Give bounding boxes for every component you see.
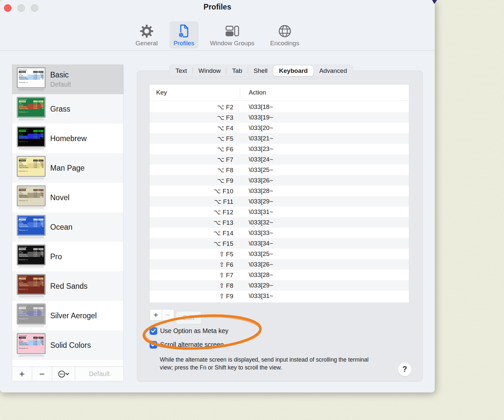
key-cell: ⌥ F3 [150, 114, 240, 121]
action-cell: \033[31~ [240, 208, 273, 216]
toolbar-label: General [136, 40, 158, 47]
thumbnail-reflection [18, 266, 44, 269]
key-cell: ⌥ F8 [150, 166, 240, 174]
table-row[interactable]: ⌥ F7 \033[24~ [150, 154, 409, 165]
key-cell: ⇧ F9 [150, 292, 240, 300]
key-cell: ⌥ F9 [150, 177, 240, 184]
remove-profile-button[interactable]: − [32, 367, 52, 381]
profile-name: Red Sands [50, 282, 88, 291]
profile-thumbnail: Terminal# COMMAND%CPURPRVT top4.1%231K X… [17, 304, 46, 328]
table-row[interactable]: ⌥ F9 \033[26~ [150, 175, 409, 186]
table-row[interactable]: ⌥ F14 \033[33~ [150, 228, 409, 238]
action-cell: \033[26~ [240, 261, 273, 268]
table-row[interactable]: ⌥ F4 \033[20~ [150, 123, 409, 133]
add-profile-button[interactable]: + [12, 367, 32, 381]
tab-advanced[interactable]: Advanced [314, 65, 353, 76]
thumbnail-reflection [18, 89, 44, 92]
toolbar-label: Profiles [174, 40, 194, 47]
checkmark-icon [151, 329, 156, 333]
key-column-header: Key [150, 89, 167, 96]
table-row[interactable]: ⇧ F5 \033[25~ [150, 249, 409, 259]
action-cell: \033[28~ [240, 187, 273, 195]
toolbar-label: Window Groups [210, 40, 254, 47]
tab-keyboard[interactable]: Keyboard [273, 65, 313, 76]
help-button[interactable]: ? [398, 363, 411, 376]
toolbar-item-encodings[interactable]: Encodings [266, 21, 304, 49]
thumbnail-reflection [18, 178, 44, 180]
key-cell: ⇧ F5 [150, 250, 240, 258]
profile-list-item[interactable]: Terminal# COMMAND%CPURPRVT top4.1%231K X… [12, 212, 123, 242]
window-groups-icon [225, 24, 240, 39]
action-cell: \033[25~ [240, 166, 273, 174]
toolbar-item-profiles[interactable]: Profiles [169, 21, 199, 49]
profile-list-item[interactable]: Terminal# COMMAND%CPURPRVT top4.1%231K X… [12, 124, 123, 153]
toolbar-item-window-groups[interactable]: Window Groups [206, 21, 259, 49]
action-cell: \033[23~ [240, 145, 273, 153]
action-cell: \033[32~ [240, 219, 273, 226]
more-actions-button[interactable] [52, 367, 75, 381]
table-row[interactable]: ⇧ F8 \033[29~ [150, 280, 409, 291]
key-cell: ⌥ F14 [150, 229, 240, 237]
key-cell: ⇧ F8 [150, 282, 240, 289]
table-row[interactable]: ⌥ F5 \033[21~ [150, 133, 409, 144]
toolbar-item-general[interactable]: General [131, 21, 162, 49]
set-default-button[interactable]: Default [75, 367, 123, 381]
tab-text[interactable]: Text [170, 65, 193, 76]
action-column-header: Action [249, 89, 266, 96]
profile-list-item[interactable]: Terminal# COMMAND%CPURPRVT top4.1%231K X… [12, 183, 123, 212]
key-cell: ⇧ F7 [150, 271, 240, 279]
table-row[interactable]: ⌥ F2 \033[18~ [150, 102, 409, 112]
table-row[interactable]: ⌥ F6 \033[23~ [150, 144, 409, 154]
key-cell: ⌥ F4 [150, 124, 240, 132]
table-row[interactable]: ⇧ F9 \033[31~ [150, 291, 409, 301]
key-cell: ⌥ F10 [150, 187, 240, 195]
key-cell: ⌥ F2 [150, 103, 240, 111]
key-cell: ⌥ F5 [150, 135, 240, 142]
profile-list-item[interactable]: Terminal# COMMAND%CPURPRVT top4.1%231K X… [12, 242, 123, 271]
profile-list-item[interactable]: Terminal# COMMAND%CPURPRVT top4.1%231K X… [12, 65, 123, 94]
profile-thumbnail: Terminal# COMMAND%CPURPRVT top4.1%231K X… [17, 185, 46, 210]
profile-list-item[interactable]: Terminal# COMMAND%CPURPRVT top4.1%231K X… [12, 271, 123, 301]
key-mappings-table: Key Action ⌥ F2 \033[18~ ⌥ F3 \033[19~ ⌥… [150, 85, 409, 303]
scroll-alternate-screen-label: Scroll alternate screen [160, 341, 224, 348]
keyboard-settings-panel: Key Action ⌥ F2 \033[18~ ⌥ F3 \033[19~ ⌥… [137, 71, 423, 382]
tab-shell[interactable]: Shell [248, 65, 273, 76]
sidebar-footer: + − Default [12, 367, 123, 381]
edit-key-button[interactable]: Edit [176, 311, 201, 324]
key-cell: ⌥ F13 [150, 219, 240, 226]
action-cell: \033[28~ [240, 271, 273, 279]
action-cell: \033[18~ [240, 103, 273, 111]
profile-thumbnail: Terminal# COMMAND%CPURPRVT top4.1%231K X… [17, 274, 46, 299]
table-row[interactable]: ⌥ F8 \033[25~ [150, 165, 409, 175]
thumbnail-reflection [18, 355, 44, 358]
key-cell: ⌥ F7 [150, 156, 240, 163]
window-title: Profiles [0, 3, 435, 11]
action-cell: \033[31~ [240, 292, 273, 300]
profile-name: Solid Colors [50, 341, 91, 350]
profile-list-item[interactable]: Terminal# COMMAND%CPURPRVT top4.1%231K X… [12, 153, 123, 183]
tab-window[interactable]: Window [193, 65, 226, 76]
profile-list-item[interactable]: Terminal# COMMAND%CPURPRVT top4.1%231K X… [12, 301, 123, 330]
use-option-as-meta-checkbox[interactable] [150, 327, 157, 335]
table-row[interactable]: ⌥ F13 \033[32~ [150, 217, 409, 228]
table-row[interactable]: ⌥ F15 \033[34~ [150, 238, 409, 249]
table-row[interactable]: ⌥ F10 \033[28~ [150, 186, 409, 196]
profile-thumbnail: Terminal# COMMAND%CPURPRVT top4.1%231K X… [17, 244, 46, 269]
profile-name: Man Page [50, 164, 85, 173]
table-row[interactable]: ⇧ F7 \033[28~ [150, 270, 409, 280]
tab-tab[interactable]: Tab [226, 65, 248, 76]
action-cell: \033[21~ [240, 135, 273, 142]
profile-name: Grass [50, 105, 70, 114]
scroll-alternate-screen-checkbox[interactable] [150, 341, 157, 348]
add-key-button[interactable]: + [150, 309, 162, 321]
key-table-body: ⌥ F2 \033[18~ ⌥ F3 \033[19~ ⌥ F4 \033[20… [150, 101, 409, 301]
table-row[interactable]: ⌥ F12 \033[31~ [150, 207, 409, 217]
profile-list-item[interactable]: Terminal# COMMAND%CPURPRVT top4.1%231K X… [12, 94, 123, 124]
profile-thumbnail: Terminal# COMMAND%CPURPRVT top4.1%231K X… [17, 97, 46, 121]
table-row[interactable]: ⌥ F3 \033[19~ [150, 112, 409, 123]
table-row[interactable]: ⌥ F11 \033[29~ [150, 196, 409, 207]
profile-name: Silver Aerogel [50, 311, 97, 320]
table-row[interactable]: ⇧ F6 \033[26~ [150, 259, 409, 270]
remove-key-button[interactable]: − [162, 309, 174, 321]
profile-list-item[interactable]: Terminal# COMMAND%CPURPRVT top4.1%231K X… [12, 330, 123, 360]
